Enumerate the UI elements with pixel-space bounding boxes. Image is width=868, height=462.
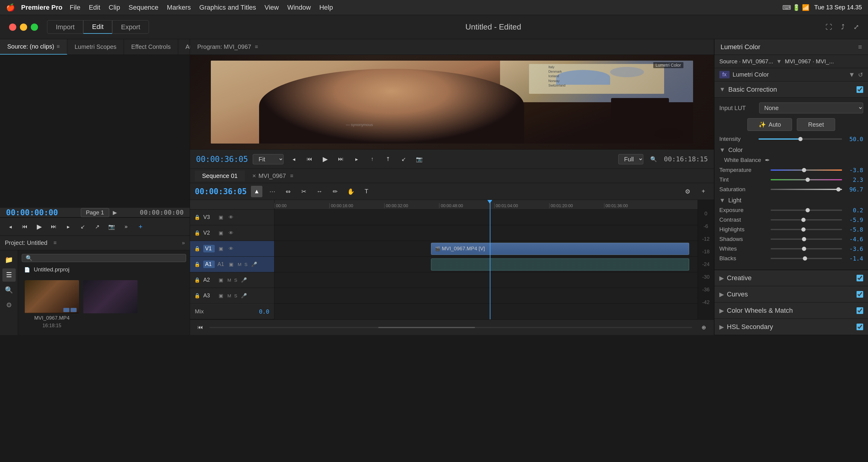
mark-out-button[interactable]: ▸ xyxy=(63,221,73,232)
edit-button[interactable]: Edit xyxy=(83,20,112,34)
v3-eye[interactable]: 👁 xyxy=(227,213,235,222)
minimize-button[interactable] xyxy=(20,24,27,31)
timeline-scrollbar[interactable] xyxy=(209,327,692,328)
source-tab-menu-icon[interactable]: ≡ xyxy=(57,43,60,50)
menu-markers[interactable]: Markers xyxy=(167,4,191,11)
project-search-icon[interactable]: 🔍 xyxy=(2,283,16,297)
curves-header[interactable]: ▶ Curves xyxy=(714,286,868,303)
fx-reset-icon[interactable]: ↺ xyxy=(858,71,863,79)
razor-tool[interactable]: ✂ xyxy=(298,186,309,197)
type-tool[interactable]: T xyxy=(361,186,372,197)
white-balance-eyedropper[interactable]: ✒ xyxy=(765,156,770,164)
effect-controls-tab[interactable]: Effect Controls xyxy=(124,39,178,55)
mark-out-button-prog[interactable]: ▸ xyxy=(351,154,362,165)
v2-source[interactable]: ▣ xyxy=(217,229,225,237)
curves-checkbox[interactable] xyxy=(857,291,863,298)
shadows-slider[interactable] xyxy=(771,239,842,240)
menu-edit[interactable]: Edit xyxy=(89,4,100,11)
basic-correction-header[interactable]: ▼ Basic Correction xyxy=(714,82,868,98)
play-stop-button-prog[interactable]: ▶ xyxy=(320,154,331,165)
v3-source[interactable]: ▣ xyxy=(217,213,225,222)
a1-label[interactable]: A1 xyxy=(203,260,215,268)
a3-mic[interactable]: 🎤 xyxy=(240,291,248,300)
fx-dropdown[interactable]: ▼ xyxy=(848,71,855,79)
export-button[interactable]: Export xyxy=(112,20,149,34)
overwrite-button[interactable]: ↗ xyxy=(92,221,102,232)
menu-sequence[interactable]: Sequence xyxy=(128,4,158,11)
auto-button[interactable]: ✨ Auto xyxy=(747,118,792,131)
project-panel-expand[interactable]: » xyxy=(182,240,185,246)
color-wheels-checkbox[interactable] xyxy=(857,307,863,314)
tint-slider[interactable] xyxy=(771,179,842,180)
clip-tab-close[interactable]: ✕ xyxy=(252,173,256,179)
source-page-next[interactable]: ▶ xyxy=(113,209,117,216)
basic-correction-checkbox[interactable] xyxy=(857,86,863,93)
a2-source[interactable]: ▣ xyxy=(217,276,225,284)
maximize-icon[interactable]: ⤢ xyxy=(854,23,859,31)
step-forward-button-prog[interactable]: ⏭ xyxy=(335,154,346,165)
highlights-slider[interactable] xyxy=(771,229,842,230)
a1-mic[interactable]: 🎤 xyxy=(250,260,258,269)
page-selector[interactable]: Page 1 xyxy=(81,208,109,217)
creative-checkbox[interactable] xyxy=(857,275,863,281)
close-button[interactable] xyxy=(9,24,16,31)
saturation-slider[interactable] xyxy=(771,189,842,190)
step-forward-button[interactable]: ⏭ xyxy=(48,221,59,232)
ripple-tool[interactable]: ⇔ xyxy=(282,186,294,197)
mark-in-button[interactable]: ◂ xyxy=(5,221,16,232)
sequence-tab[interactable]: Sequence 01 xyxy=(195,171,245,181)
creative-header[interactable]: ▶ Creative xyxy=(714,270,868,286)
mark-in-button-prog[interactable]: ◂ xyxy=(288,154,299,165)
v2-eye[interactable]: 👁 xyxy=(227,229,235,237)
a3-lock[interactable]: 🔒 xyxy=(193,291,202,300)
v1-source[interactable]: ▣ xyxy=(217,245,225,253)
track-select-tool[interactable]: ⋯ xyxy=(267,186,278,197)
project-list-view-icon[interactable]: ☰ xyxy=(2,268,16,282)
fullscreen-button[interactable] xyxy=(31,24,38,31)
timeline-to-start[interactable]: ⏮ xyxy=(195,322,206,333)
camera-button-prog[interactable]: 📷 xyxy=(414,154,425,165)
more-controls[interactable]: » xyxy=(121,221,131,232)
clip-tab-menu[interactable]: ≡ xyxy=(290,173,293,179)
color-wheels-header[interactable]: ▶ Color Wheels & Match xyxy=(714,303,868,319)
contrast-slider[interactable] xyxy=(771,219,842,220)
program-panel-menu[interactable]: ≡ xyxy=(255,44,258,50)
thumb-card-2[interactable] xyxy=(83,280,137,329)
video-clip-v1[interactable]: 🎬 MVI_0967.MP4 [V] xyxy=(431,243,689,255)
project-settings-icon[interactable]: ⚙ xyxy=(2,299,16,312)
menu-graphics-titles[interactable]: Graphics and Titles xyxy=(199,4,256,11)
blacks-slider[interactable] xyxy=(771,258,842,259)
v2-lock[interactable]: 🔒 xyxy=(193,229,202,237)
slip-tool[interactable]: ↔ xyxy=(314,186,325,197)
insert-button[interactable]: ↙ xyxy=(77,221,88,232)
v1-eye[interactable]: 👁 xyxy=(227,245,235,253)
menu-help[interactable]: Help xyxy=(319,4,333,11)
timeline-expand[interactable]: + xyxy=(698,186,709,197)
menu-view[interactable]: View xyxy=(265,4,279,11)
menu-file[interactable]: File xyxy=(70,4,80,11)
project-search-bar[interactable]: 🔍 xyxy=(22,254,186,262)
v1-lock[interactable]: 🔒 xyxy=(193,245,202,253)
import-button[interactable]: Import xyxy=(47,20,83,34)
v1-label[interactable]: V1 xyxy=(203,245,215,252)
hsl-secondary-checkbox[interactable] xyxy=(857,324,863,330)
fit-dropdown[interactable]: Fit 25% 50% 75% 100% xyxy=(253,154,283,164)
lift-button[interactable]: ↑ xyxy=(367,154,378,165)
input-lut-select[interactable]: None xyxy=(759,102,863,113)
hand-tool[interactable]: ✋ xyxy=(345,186,356,197)
pen-tool[interactable]: ✏ xyxy=(329,186,341,197)
menu-window[interactable]: Window xyxy=(287,4,311,11)
insert-button-prog[interactable]: ↙ xyxy=(398,154,409,165)
lumetri-scopes-tab[interactable]: Lumetri Scopes xyxy=(67,39,124,55)
add-button[interactable]: + xyxy=(135,221,146,232)
a1-source[interactable]: ▣ xyxy=(227,260,235,269)
thumb-card-1[interactable]: MVI_0967.MP4 16:18:15 xyxy=(25,280,79,329)
quality-dropdown[interactable]: Full 1/2 1/4 xyxy=(618,154,643,164)
a2-lock[interactable]: 🔒 xyxy=(193,276,202,284)
whites-slider[interactable] xyxy=(771,248,842,249)
audio-clip-a1[interactable] xyxy=(431,258,689,271)
play-button[interactable]: ▶ xyxy=(34,221,44,232)
menu-clip[interactable]: Clip xyxy=(108,4,120,11)
timeline-settings[interactable]: ⚙ xyxy=(682,186,693,197)
a1-lock[interactable]: 🔒 xyxy=(193,260,202,269)
